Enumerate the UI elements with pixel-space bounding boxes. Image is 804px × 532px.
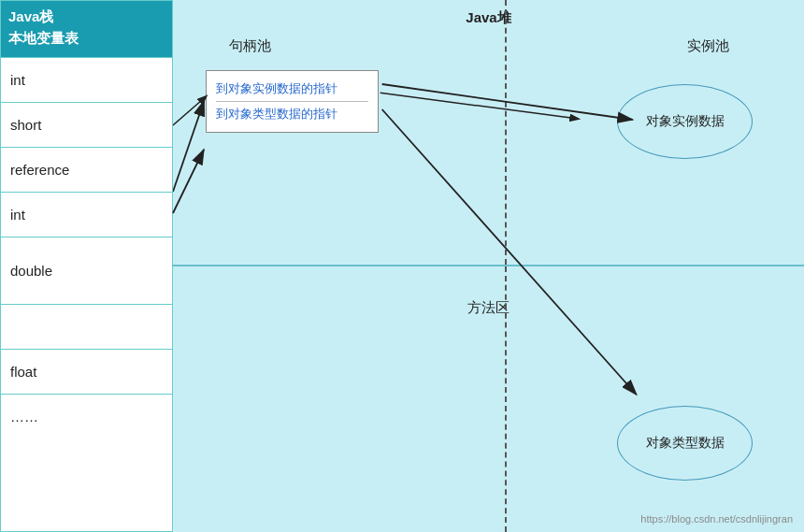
heap-panel: Java堆 句柄池 实例池 到对象实例数据的指针 到对象类型数据的指针 对象实例… [173, 0, 804, 532]
stack-row-5 [1, 304, 172, 349]
svg-line-0 [173, 96, 206, 125]
handle-row-1: 到对象类型数据的指针 [216, 102, 368, 126]
instance-pool-label: 实例池 [687, 37, 729, 55]
stack-rows-container: intshortreferenceintdoublefloat…… [1, 57, 172, 439]
stack-row-0: int [1, 57, 172, 102]
main-container: Java栈本地变量表 intshortreferenceintdoubleflo… [0, 0, 804, 532]
stack-row-3: int [1, 192, 172, 237]
stack-row-1: short [1, 102, 172, 147]
stack-header: Java栈本地变量表 [1, 1, 172, 57]
heap-bottom: 方法区 对象类型数据 https://blog.csdn.net/csdnlij… [173, 266, 804, 532]
ellipse-type: 对象类型数据 [617, 406, 753, 481]
handle-row-0: 到对象实例数据的指针 [216, 77, 368, 102]
java-heap-dashed-line [505, 0, 507, 265]
handle-pool-label: 句柄池 [229, 37, 271, 55]
stack-row-6: float [1, 349, 172, 394]
stack-row-4: double [1, 237, 172, 304]
stack-title: Java栈本地变量表 [8, 7, 79, 49]
stack-row-7: …… [1, 394, 172, 439]
heap-top: Java堆 句柄池 实例池 到对象实例数据的指针 到对象类型数据的指针 对象实例… [173, 0, 804, 266]
ellipse-instance: 对象实例数据 [617, 84, 753, 159]
stack-row-2: reference [1, 147, 172, 192]
method-area-label: 方法区 [467, 299, 510, 317]
java-heap-dashed-line-bottom [505, 266, 507, 532]
svg-line-1 [380, 93, 579, 119]
watermark: https://blog.csdn.net/csdnlijingran [640, 513, 793, 525]
stack-panel: Java栈本地变量表 intshortreferenceintdoubleflo… [0, 0, 173, 532]
handle-box: 到对象实例数据的指针 到对象类型数据的指针 [206, 70, 379, 133]
